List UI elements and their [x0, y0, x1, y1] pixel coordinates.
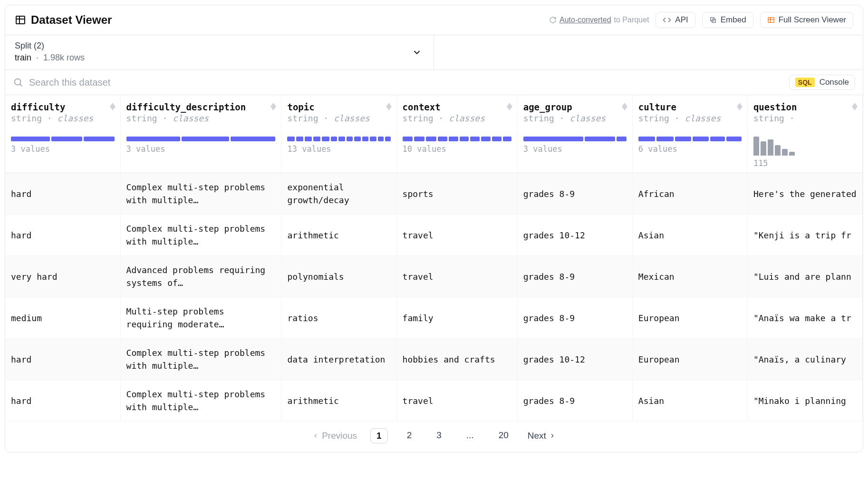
cell-age_group: grades 8-9 [517, 173, 632, 215]
sort-icon[interactable] [852, 103, 858, 110]
table-row[interactable]: hardComplex multi-step problems with mul… [5, 173, 863, 215]
search-row: SQL Console [5, 70, 863, 95]
sort-icon[interactable] [270, 103, 276, 110]
cell-age_group: grades 8-9 [517, 297, 632, 339]
svg-marker-16 [507, 103, 512, 107]
cell-difficulty_description: Complex multi-step problems with multipl… [120, 215, 281, 256]
sort-icon[interactable] [737, 103, 743, 110]
auto-converted-link[interactable]: Auto-converted [559, 16, 611, 24]
cell-difficulty: hard [5, 173, 120, 215]
column-header-difficulty[interactable]: difficultystring · classes3 values [5, 95, 120, 173]
table-row[interactable]: hardComplex multi-step problems with mul… [5, 339, 863, 380]
cell-age_group: grades 10-12 [517, 215, 632, 256]
cell-difficulty_description: Multi-step problems requiring moderate… [120, 297, 281, 339]
distribution-chart[interactable]: 3 values [11, 137, 115, 154]
cell-culture: African [632, 173, 747, 215]
dataset-viewer-panel: Dataset Viewer Auto-converted to Parquet… [5, 5, 863, 452]
distribution-chart[interactable]: 6 values [638, 137, 742, 154]
pagination: Previous 123...20 Next [5, 422, 863, 452]
refresh-icon [549, 16, 557, 24]
svg-marker-17 [507, 107, 512, 110]
cell-age_group: grades 10-12 [517, 339, 632, 380]
cell-topic: arithmetic [281, 215, 396, 256]
copy-icon [709, 16, 717, 24]
page-2[interactable]: 2 [401, 428, 418, 443]
sort-icon[interactable] [622, 103, 627, 110]
cell-context: sports [396, 173, 517, 215]
table-icon [15, 14, 26, 26]
column-header-question[interactable]: questionstring ·115 [747, 95, 862, 173]
svg-marker-10 [110, 103, 116, 107]
cell-context: hobbies and crafts [396, 339, 517, 380]
svg-marker-14 [386, 103, 392, 107]
cell-topic: data interpretation [281, 339, 396, 380]
svg-marker-19 [622, 107, 627, 110]
table-row[interactable]: very hardAdvanced problems requiring sys… [5, 256, 863, 297]
split-label: Split (2) [15, 41, 424, 51]
sort-icon[interactable] [110, 103, 116, 110]
svg-marker-11 [110, 107, 116, 110]
cell-difficulty: hard [5, 215, 120, 256]
svg-rect-5 [768, 18, 774, 23]
cell-difficulty_description: Complex multi-step problems with multipl… [120, 339, 281, 380]
page-1[interactable]: 1 [370, 428, 388, 443]
distribution-chart[interactable]: 3 values [126, 137, 276, 154]
sql-console-button[interactable]: SQL Console [789, 75, 855, 90]
page-3[interactable]: 3 [431, 428, 447, 443]
cell-question: "Anaïs, a culinary [747, 339, 862, 380]
code-icon [663, 16, 671, 24]
distribution-chart[interactable]: 10 values [403, 137, 511, 154]
svg-marker-15 [386, 107, 392, 110]
table-row[interactable]: mediumMulti-step problems requiring mode… [5, 297, 863, 339]
sort-icon[interactable] [386, 103, 392, 110]
column-type: string · [753, 113, 857, 123]
cell-topic: ratios [281, 297, 396, 339]
split-rows: 1.98k rows [43, 53, 85, 62]
column-header-context[interactable]: contextstring · classes10 values [396, 95, 517, 173]
page-ellipsis: ... [461, 428, 480, 443]
svg-marker-21 [737, 107, 743, 110]
next-button[interactable]: Next [528, 431, 556, 441]
table-row[interactable]: hardComplex multi-step problems with mul… [5, 380, 863, 422]
svg-marker-13 [270, 107, 276, 110]
split-selector[interactable]: Split (2) train · 1.98k rows [5, 35, 434, 69]
column-header-culture[interactable]: culturestring · classes6 values [632, 95, 747, 173]
embed-button[interactable]: Embed [702, 12, 753, 28]
cell-question: "Anaïs wa make a tr [747, 297, 862, 339]
data-table-wrapper: difficultystring · classes3 valuesdiffic… [5, 95, 863, 422]
cell-culture: Asian [632, 215, 747, 256]
cell-difficulty: medium [5, 297, 120, 339]
sort-icon[interactable] [507, 103, 512, 110]
svg-marker-20 [737, 103, 743, 107]
distribution-chart[interactable]: 3 values [523, 137, 627, 154]
search-input[interactable] [29, 77, 789, 88]
distribution-chart[interactable]: 115 [753, 137, 857, 168]
sql-badge: SQL [795, 78, 815, 87]
cell-difficulty_description: Complex multi-step problems with multipl… [120, 380, 281, 422]
cell-question: "Minako i planning [747, 380, 862, 422]
cell-context: travel [396, 380, 517, 422]
cell-difficulty: very hard [5, 256, 120, 297]
fullscreen-button[interactable]: Full Screen Viewer [760, 12, 853, 28]
column-name: context [403, 102, 511, 112]
distribution-chart[interactable]: 13 values [287, 137, 390, 154]
api-button[interactable]: API [656, 12, 695, 28]
column-name: difficulty_description [126, 102, 276, 112]
table-row[interactable]: hardComplex multi-step problems with mul… [5, 215, 863, 256]
svg-rect-0 [16, 16, 25, 24]
search-icon [13, 77, 23, 88]
svg-marker-18 [622, 103, 627, 107]
column-header-topic[interactable]: topicstring · classes13 values [281, 95, 396, 173]
column-name: age_group [523, 102, 627, 112]
page-20[interactable]: 20 [493, 428, 514, 443]
cell-topic: exponential growth/decay [281, 173, 396, 215]
column-header-age_group[interactable]: age_groupstring · classes3 values [517, 95, 632, 173]
distribution-label: 3 values [523, 144, 627, 154]
page-title: Dataset Viewer [31, 13, 112, 27]
column-name: topic [287, 102, 390, 112]
distribution-label: 3 values [126, 144, 276, 154]
column-header-difficulty_description[interactable]: difficulty_descriptionstring · classes3 … [120, 95, 281, 173]
prev-button[interactable]: Previous [312, 431, 357, 441]
cell-context: family [396, 297, 517, 339]
cell-difficulty: hard [5, 339, 120, 380]
